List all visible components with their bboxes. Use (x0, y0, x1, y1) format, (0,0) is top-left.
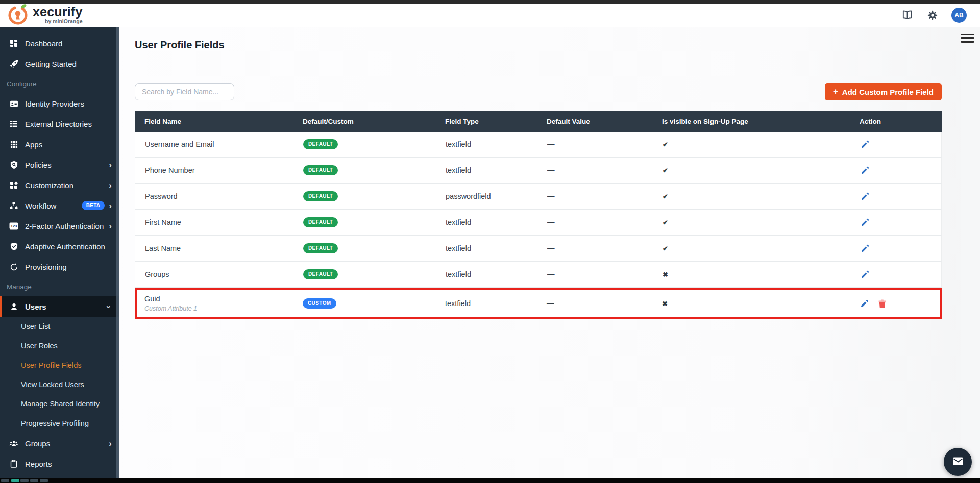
shield-check-icon (9, 242, 18, 251)
table-row: Phone Number DEFAULT textfield — ✔ (135, 158, 942, 184)
field-type: textfield (446, 140, 546, 148)
sidebar-item-progressive-profiling[interactable]: Progressive Profiling (0, 414, 119, 433)
docs-book-icon[interactable] (900, 9, 914, 22)
default-badge: DEFAULT (303, 139, 338, 149)
default-value: — (546, 140, 659, 148)
default-badge: DEFAULT (303, 165, 338, 175)
title-divider (135, 60, 942, 60)
sidebar-item-identity-providers[interactable]: Identity Providers (0, 93, 119, 114)
policies-shield-icon (9, 160, 18, 169)
default-value: — (546, 244, 659, 252)
sidebar-item-view-locked-users[interactable]: View Locked Users (0, 375, 119, 394)
add-custom-profile-field-button[interactable]: + Add Custom Profile Field (825, 83, 942, 100)
table-row: Password DEFAULT passwordfield — ✔ (135, 184, 942, 210)
user-avatar[interactable]: AB (951, 8, 967, 23)
brand-name: xecurify (33, 6, 83, 18)
id-card-icon (9, 99, 18, 108)
sidebar-item-getting-started[interactable]: Getting Started (0, 54, 119, 74)
chevron-right-icon: › (109, 222, 112, 231)
default-value: — (546, 166, 659, 174)
workflow-icon (9, 201, 18, 210)
field-type: textfield (446, 218, 546, 226)
taskbar-tile[interactable] (20, 479, 29, 482)
sidebar-item-groups[interactable]: Groups › (0, 433, 119, 453)
default-badge: DEFAULT (303, 217, 338, 227)
check-icon: ✔ (659, 245, 860, 252)
field-name: Last Name (135, 244, 301, 252)
sidebar-section-configure: Configure (0, 74, 119, 93)
taskbar-tile[interactable] (30, 479, 38, 482)
chat-support-button[interactable] (944, 448, 972, 476)
list-icon (9, 119, 18, 129)
sidebar-item-adaptive-authentication[interactable]: Adaptive Authentication (0, 236, 119, 257)
sidebar-item-workflow[interactable]: Workflow BETA › (0, 195, 119, 216)
default-value: — (546, 218, 659, 226)
sidebar-item-customization[interactable]: Customization › (0, 175, 119, 195)
field-type: passwordfield (446, 192, 546, 200)
sidebar-item-reports[interactable]: Reports (0, 453, 119, 474)
clipboard-icon (9, 459, 18, 468)
sidebar-item-apps[interactable]: Apps (0, 134, 119, 155)
table-row-highlighted: Guid Custom Attribute 1 CUSTOM textfield… (135, 288, 942, 319)
taskbar-tile-active[interactable] (11, 479, 19, 482)
default-badge: DEFAULT (303, 191, 338, 201)
rocket-icon (9, 59, 18, 68)
delete-trash-icon[interactable] (877, 299, 887, 308)
sidebar-item-users[interactable]: Users › (0, 296, 119, 317)
sidebar-item-user-list[interactable]: User List (0, 317, 119, 336)
column-header-default-custom: Default/Custom (300, 118, 445, 125)
page-title: User Profile Fields (135, 39, 942, 51)
edit-icon[interactable] (860, 299, 869, 308)
check-icon: ✔ (659, 141, 860, 148)
edit-icon[interactable] (860, 244, 869, 253)
user-icon (9, 302, 18, 311)
os-top-strip (0, 0, 980, 4)
default-value: — (546, 270, 659, 278)
sidebar-item-dashboard[interactable]: Dashboard (0, 33, 119, 54)
field-name: Username and Email (135, 140, 301, 148)
sidebar-item-policies[interactable]: Policies › (0, 155, 119, 175)
column-header-default-value: Default Value (546, 118, 658, 125)
edit-icon[interactable] (860, 140, 869, 149)
field-type: textfield (446, 244, 546, 252)
default-badge: DEFAULT (303, 269, 338, 279)
hamburger-menu-icon[interactable] (961, 34, 974, 43)
brand-logo[interactable]: xecurify by miniOrange (6, 3, 83, 28)
sidebar-item-provisioning[interactable]: Provisioning (0, 257, 119, 277)
default-value: — (546, 192, 659, 200)
groups-icon (9, 439, 18, 448)
field-type: textfield (446, 270, 546, 278)
column-header-field-type: Field Type (445, 118, 546, 125)
edit-icon[interactable] (860, 270, 869, 279)
field-name: First Name (135, 218, 301, 226)
settings-gear-icon[interactable] (926, 9, 939, 22)
brand-byline: by miniOrange (45, 18, 83, 24)
field-name: Groups (135, 270, 301, 278)
sync-icon (9, 262, 18, 271)
edit-icon[interactable] (860, 192, 869, 201)
sidebar-item-2fa[interactable]: 123 2-Factor Authentication › (0, 216, 119, 236)
dashboard-icon (9, 39, 18, 48)
envelope-icon (951, 454, 965, 470)
check-icon: ✔ (659, 167, 860, 174)
search-input[interactable] (135, 83, 234, 100)
custom-badge: CUSTOM (303, 298, 336, 309)
chevron-right-icon: › (109, 161, 112, 169)
table-header-row: Field Name Default/Custom Field Type Def… (135, 111, 942, 132)
sidebar-item-user-profile-fields[interactable]: User Profile Fields (0, 355, 119, 375)
otp-123-icon: 123 (9, 221, 18, 231)
taskbar-tile[interactable] (1, 479, 9, 482)
chevron-right-icon: › (109, 439, 112, 448)
sidebar-item-manage-shared-identity[interactable]: Manage Shared Identity (0, 394, 119, 414)
table-row: Groups DEFAULT textfield — ✖ (135, 262, 942, 288)
edit-icon[interactable] (860, 218, 869, 227)
field-type: textfield (446, 166, 546, 174)
sidebar-nav: Dashboard Getting Started Configure Iden… (0, 27, 119, 478)
table-row: Last Name DEFAULT textfield — ✔ (135, 236, 942, 262)
check-icon: ✔ (659, 193, 860, 200)
sidebar-item-user-roles[interactable]: User Roles (0, 336, 119, 355)
edit-icon[interactable] (860, 166, 869, 175)
taskbar-tile[interactable] (40, 479, 48, 482)
chevron-right-icon: › (109, 181, 112, 190)
sidebar-item-external-directories[interactable]: External Directories (0, 114, 119, 134)
